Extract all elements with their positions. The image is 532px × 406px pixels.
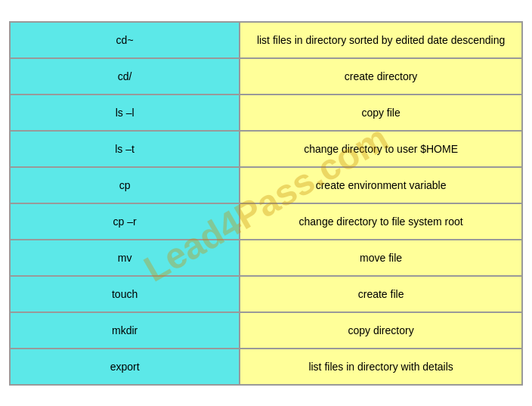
table-row: exportlist files in directory with detai… [11, 349, 521, 384]
table-row: cpcreate environment variable [11, 168, 521, 204]
command-cell: ls –t [11, 132, 240, 166]
table-row: cd/create directory [11, 59, 521, 95]
command-table: cd~list files in directory sorted by edi… [9, 21, 523, 386]
command-cell: cp –r [11, 204, 240, 239]
table-row: mvmove file [11, 240, 521, 277]
command-cell: cp [11, 168, 240, 203]
command-cell: export [11, 349, 240, 384]
description-cell: move file [240, 240, 521, 275]
table-row: cp –rchange directory to file system roo… [11, 204, 521, 240]
command-cell: cd~ [11, 23, 240, 57]
table-row: cd~list files in directory sorted by edi… [11, 23, 521, 59]
table-row: touchcreate file [11, 277, 521, 313]
command-cell: cd/ [11, 59, 240, 94]
table-row: ls –lcopy file [11, 95, 521, 132]
description-cell: list files in directory with details [240, 349, 521, 384]
description-cell: copy file [240, 95, 521, 130]
command-cell: ls –l [11, 95, 240, 130]
description-cell: create environment variable [240, 168, 521, 203]
table-row: mkdircopy directory [11, 313, 521, 349]
description-cell: change directory to file system root [240, 204, 521, 239]
table-row: ls –tchange directory to user $HOME [11, 132, 521, 168]
description-cell: list files in directory sorted by edited… [240, 23, 521, 57]
command-cell: mkdir [11, 313, 240, 348]
description-cell: create file [240, 277, 521, 311]
description-cell: copy directory [240, 313, 521, 348]
description-cell: create directory [240, 59, 521, 94]
description-cell: change directory to user $HOME [240, 132, 521, 166]
command-cell: mv [11, 240, 240, 275]
main-container: Lead4Pass.com cd~list files in directory… [2, 14, 530, 393]
command-cell: touch [11, 277, 240, 311]
